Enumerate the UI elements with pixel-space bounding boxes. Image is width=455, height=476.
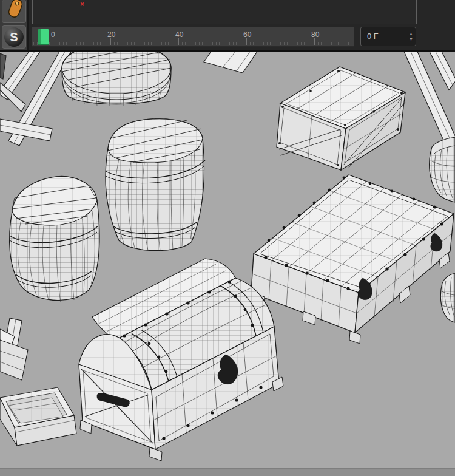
tick-label-80: 80	[311, 30, 319, 39]
tick-label-40: 40	[175, 30, 183, 39]
frame-counter-value: 0 F	[367, 32, 379, 41]
top-toolbar: S × 0 20 40 60 80 0 F ▲ ▼	[0, 0, 455, 52]
object-barrel-round[interactable]	[106, 119, 205, 251]
keyframe-x-marker[interactable]: ×	[80, 0, 84, 8]
tick-label-20: 20	[107, 30, 115, 39]
object-wooden-tray[interactable]	[0, 387, 76, 446]
viewport-3d[interactable]	[0, 52, 455, 476]
timeline-ruler[interactable]: 0 20 40 60 80	[32, 27, 354, 47]
s-sphere-icon: S	[4, 27, 24, 47]
tool-column: S	[0, 0, 29, 50]
spinner-down-icon[interactable]: ▼	[409, 36, 413, 42]
frame-spinner[interactable]: ▲ ▼	[409, 31, 413, 42]
object-trestle-frame[interactable]	[0, 52, 71, 146]
simulate-tool-button[interactable]: S	[2, 25, 26, 49]
tick-label-0: 0	[51, 30, 55, 39]
object-treasure-chest[interactable]	[79, 259, 283, 461]
timeline-playhead[interactable]	[38, 29, 49, 45]
object-crate-small[interactable]	[277, 67, 405, 170]
object-cart-bracket[interactable]	[0, 318, 28, 380]
object-barrel-planked[interactable]	[10, 177, 99, 302]
major-ticks	[32, 38, 354, 45]
mouse-tool-icon	[2, 0, 26, 23]
object-barrel-top[interactable]	[62, 52, 171, 106]
scene-canvas	[0, 52, 455, 476]
viewport-bottom-edge	[0, 467, 455, 476]
object-aframe-legs[interactable]	[404, 52, 455, 147]
dopesheet-panel[interactable]: ×	[32, 0, 417, 24]
object-wicker-basket-lower[interactable]	[440, 273, 455, 322]
mouse-tool-button[interactable]	[2, 0, 26, 23]
frame-counter[interactable]: 0 F ▲ ▼	[360, 27, 416, 46]
spinner-up-icon[interactable]: ▲	[409, 31, 413, 36]
object-plank-fragment[interactable]	[204, 52, 257, 73]
tick-label-60: 60	[243, 30, 251, 39]
object-wicker-basket-upper[interactable]	[430, 137, 455, 202]
s-icon-label: S	[10, 30, 18, 44]
object-crate-flat[interactable]	[251, 175, 454, 344]
